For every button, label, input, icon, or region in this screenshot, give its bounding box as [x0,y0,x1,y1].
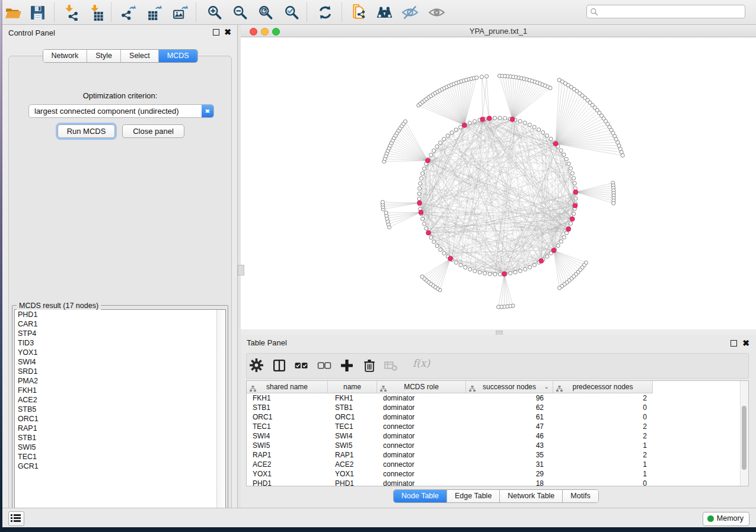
main-toolbar [2,0,756,25]
control-panel-titlebar: Control Panel ✖ [2,25,237,40]
show-hide-columns-icon[interactable] [272,358,286,373]
mcds-result-node[interactable]: FKH1 [15,386,225,395]
tab-network[interactable]: Network [43,50,87,62]
export-image-icon[interactable] [173,4,190,21]
clear-selection-icon[interactable] [317,358,331,373]
cell-MCDS-role: connector [377,460,466,469]
mcds-result-node[interactable]: GCR1 [15,462,225,471]
float-panel-icon[interactable] [213,29,219,36]
cell-shared-name: ACE2 [247,460,328,469]
cell-shared-name: PHD1 [247,479,328,486]
mcds-result-list[interactable]: PHD1CAR1STP4TID3YOX1SWI4SRD1PMA2FKH1ACE2… [14,309,226,515]
task-history-button[interactable] [8,511,24,526]
mcds-result-node[interactable]: SWI5 [15,443,225,452]
network-window-titlebar[interactable]: YPA_prune.txt_1 [241,25,756,37]
select-all-icon[interactable] [294,358,308,373]
mcds-result-node[interactable]: CAR1 [15,319,225,329]
table-scrollbar[interactable] [740,381,748,486]
apply-preferred-layout-icon[interactable] [317,4,334,21]
run-mcds-button[interactable]: Run MCDS [58,124,115,138]
column-header-predecessor-nodes[interactable]: predecessor nodes [553,381,653,393]
tab-mcds[interactable]: MCDS [159,50,197,62]
toolbar-separator [342,2,342,22]
mcds-result-node[interactable]: PHD1 [15,310,225,319]
add-column-icon[interactable] [340,358,354,373]
sort-indicator-icon[interactable]: ⌄ [544,381,549,393]
import-table-from-file-icon[interactable] [88,4,106,21]
mcds-result-node[interactable]: STP4 [15,329,225,338]
table-row[interactable]: YOX1YOX1connector291 [247,469,741,479]
tab-style[interactable]: Style [87,50,121,62]
criterion-dropdown[interactable]: largest connected component (undirected) [28,104,214,118]
export-network-icon[interactable] [120,4,138,21]
mcds-result-node[interactable]: PMA2 [15,376,225,386]
export-table-icon[interactable] [146,4,164,21]
dropdown-stepper-icon[interactable] [202,105,213,117]
horizontal-splitter[interactable] [241,329,756,335]
scrollbar-thumb[interactable] [742,406,747,470]
tab-node-table[interactable]: Node Table [394,490,447,502]
tab-motifs[interactable]: Motifs [563,490,598,502]
table-row[interactable]: TEC1TEC1connector472 [247,422,741,431]
mcds-result-node[interactable]: RAP1 [15,424,225,433]
mcds-result-node[interactable]: TID3 [15,338,225,348]
table-row[interactable]: SWI4SWI4dominator462 [247,431,741,441]
mcds-result-node[interactable]: STB1 [15,433,225,443]
mcds-result-node[interactable]: ACE2 [15,395,225,405]
cell-shared-name: ORC1 [247,412,328,422]
zoom-selected-region-icon[interactable] [283,4,301,21]
zoom-fit-content-icon[interactable] [257,4,275,21]
zoom-out-icon[interactable] [232,4,249,21]
cell-predecessor-nodes: 1 [553,441,653,450]
network-canvas[interactable] [241,37,756,329]
memory-button[interactable]: Memory [703,512,749,526]
mcds-result-groupbox: MCDS result (17 nodes) PHD1CAR1STP4TID3Y… [12,302,228,518]
cell-name: SWI4 [328,431,377,441]
toolbar-separator [196,2,196,22]
node-table[interactable]: shared namenameMCDS rolesuccessor nodes⌄… [246,380,749,486]
mcds-result-node[interactable]: YOX1 [15,348,225,357]
table-row[interactable]: PHD1PHD1dominator180 [247,479,741,486]
tab-edge-table[interactable]: Edge Table [447,490,500,502]
list-scrollbar[interactable] [216,310,225,515]
binoculars-search-icon[interactable] [376,4,393,21]
hide-selected-icon[interactable] [401,4,419,21]
cell-predecessor-nodes: 0 [553,479,653,486]
close-panel-button[interactable]: Close panel [122,124,184,138]
mcds-result-node[interactable]: SRD1 [15,367,225,376]
table-panel: Table Panel ✖ f(x) shared namenameMCDS r… [241,335,756,508]
search-input[interactable] [601,6,742,18]
mcds-result-node[interactable]: STB5 [15,405,225,414]
cell-successor-nodes: 43 [466,441,553,450]
column-header-name[interactable]: name [328,381,377,393]
table-row[interactable]: STB1STB1dominator620 [247,403,741,412]
delete-column-icon[interactable] [362,358,377,373]
save-session-icon[interactable] [29,4,46,21]
new-network-from-selection-icon[interactable] [350,4,368,21]
mcds-result-node[interactable]: TEC1 [15,452,225,462]
settings-gear-icon[interactable] [250,358,264,373]
close-panel-icon[interactable]: ✖ [742,338,749,348]
cell-predecessor-nodes: 2 [553,450,653,460]
table-row[interactable]: ACE2ACE2connector311 [247,460,741,469]
column-header-successor-nodes[interactable]: successor nodes⌄ [466,381,553,393]
open-file-icon[interactable] [5,4,22,21]
table-row[interactable]: RAP1RAP1dominator352 [247,450,741,460]
column-header-shared-name[interactable]: shared name [247,381,328,393]
import-network-from-file-icon[interactable] [63,4,80,21]
control-panel-tabs: NetworkStyleSelectMCDS [42,49,197,63]
table-row[interactable]: SWI5SWI5connector431 [247,441,741,450]
splitter-grip[interactable] [238,265,244,275]
column-header-MCDS-role[interactable]: MCDS role [377,381,466,393]
zoom-in-icon[interactable] [206,4,224,21]
search-box[interactable] [586,5,745,18]
tab-network-table[interactable]: Network Table [500,490,563,502]
tab-select[interactable]: Select [121,50,159,62]
show-all-icon[interactable] [428,4,445,21]
mcds-result-node[interactable]: ORC1 [15,414,225,424]
mcds-result-node[interactable]: SWI4 [15,357,225,367]
close-panel-icon[interactable]: ✖ [224,27,231,37]
table-row[interactable]: ORC1ORC1dominator610 [247,412,741,422]
float-panel-icon[interactable] [731,340,737,347]
table-row[interactable]: FKH1FKH1dominator962 [247,393,741,403]
